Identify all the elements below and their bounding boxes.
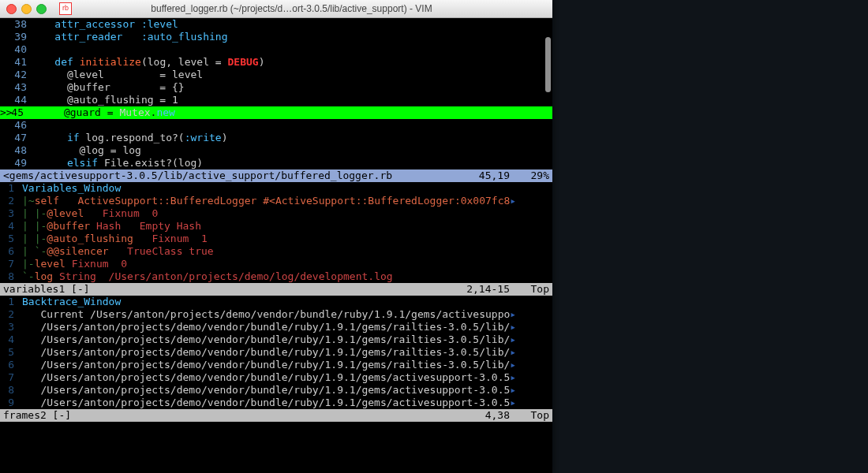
backtrace-status-bar: frames2 [-] 4,38 Top xyxy=(0,409,552,422)
line-text: `-log String /Users/anton/projects/demo/… xyxy=(22,270,552,283)
vim-window: rb buffered_logger.rb (~/projects/d…ort-… xyxy=(0,0,552,473)
line-number: 48 xyxy=(13,144,30,157)
line-number: 42 xyxy=(13,69,30,81)
line-number: 5 xyxy=(0,346,17,359)
line-text: | |-@auto_flushing Fixnum 1 xyxy=(22,233,552,245)
code-line[interactable]: 39 attr_reader :auto_flushing xyxy=(0,31,552,43)
code-text: attr_reader :auto_flushing xyxy=(30,31,552,43)
line-text: | |-@buffer Hash Empty Hash xyxy=(22,220,552,233)
line-number: 9 xyxy=(0,397,17,409)
code-line[interactable]: 44 @auto_flushing = 1 xyxy=(0,94,552,106)
line-number: 2 xyxy=(0,308,17,321)
line-number: 43 xyxy=(13,81,30,94)
backtrace-row[interactable]: 5 /Users/anton/projects/demo/vendor/bund… xyxy=(0,346,552,359)
code-line[interactable]: 41 def initialize(log, level = DEBUG) xyxy=(0,56,552,69)
variable-row[interactable]: 8`-log String /Users/anton/projects/demo… xyxy=(0,270,552,283)
backtrace-row[interactable]: 9 /Users/anton/projects/demo/vendor/bund… xyxy=(0,397,552,409)
backtrace-row[interactable]: 4 /Users/anton/projects/demo/vendor/bund… xyxy=(0,333,552,346)
code-line[interactable]: 48 @log = log xyxy=(0,144,552,157)
code-pane[interactable]: 38 attr_accessor :level39 attr_reader :a… xyxy=(0,18,552,169)
code-line[interactable]: 47 if log.respond_to?(:write) xyxy=(0,132,552,144)
line-number: 1 xyxy=(0,296,17,308)
code-text: if log.respond_to?(:write) xyxy=(30,132,552,144)
line-number: 7 xyxy=(0,371,17,384)
line-number: 6 xyxy=(0,359,17,371)
code-text: @log = log xyxy=(30,144,552,157)
code-text: @guard = Mutex.new xyxy=(27,106,552,119)
line-text: |-level Fixnum 0 xyxy=(22,258,552,270)
backtrace-row[interactable]: 1Backtrace_Window xyxy=(0,296,552,308)
line-text: | `-@@silencer TrueClass true xyxy=(22,245,552,258)
variable-row[interactable]: 6| `-@@silencer TrueClass true xyxy=(0,245,552,258)
line-text: /Users/anton/projects/demo/vendor/bundle… xyxy=(22,333,552,346)
gutter-pad xyxy=(0,81,13,94)
line-number: 41 xyxy=(13,56,30,69)
line-text: Backtrace_Window xyxy=(22,296,552,308)
variable-row[interactable]: 3| |-@level Fixnum 0 xyxy=(0,207,552,220)
code-line[interactable]: 46 xyxy=(0,119,552,132)
backtrace-row[interactable]: 7 /Users/anton/projects/demo/vendor/bund… xyxy=(0,371,552,384)
line-number: 8 xyxy=(0,270,17,283)
variables-status-bar: variables1 [-] 2,14-15 Top xyxy=(0,283,552,296)
backtrace-row[interactable]: 6 /Users/anton/projects/demo/vendor/bund… xyxy=(0,359,552,371)
line-text: |~self ActiveSupport::BufferedLogger #<A… xyxy=(22,195,552,207)
code-text: elsif File.exist?(log) xyxy=(30,157,552,169)
minimize-icon[interactable] xyxy=(21,4,32,14)
backtrace-row[interactable]: 2 Current /Users/anton/projects/demo/ven… xyxy=(0,308,552,321)
code-line[interactable]: 40 xyxy=(0,43,552,56)
zoom-icon[interactable] xyxy=(36,4,47,14)
line-number: 49 xyxy=(13,157,30,169)
line-number: 47 xyxy=(13,132,30,144)
variable-row[interactable]: 2|~self ActiveSupport::BufferedLogger #<… xyxy=(0,195,552,207)
code-text: @buffer = {} xyxy=(30,81,552,94)
line-number: 38 xyxy=(13,18,30,31)
line-text: | |-@level Fixnum 0 xyxy=(22,207,552,220)
titlebar[interactable]: rb buffered_logger.rb (~/projects/d…ort-… xyxy=(0,0,552,18)
line-text: Variables_Window xyxy=(22,182,552,195)
gutter-pad xyxy=(0,18,13,31)
variable-row[interactable]: 7|-level Fixnum 0 xyxy=(0,258,552,270)
gutter-pad xyxy=(0,56,13,69)
gutter-pad xyxy=(0,43,13,56)
gutter-pad xyxy=(0,69,13,81)
backtrace-pane[interactable]: 1Backtrace_Window2 Current /Users/anton/… xyxy=(0,296,552,409)
line-number: 2 xyxy=(0,195,17,207)
variable-row[interactable]: 4| |-@buffer Hash Empty Hash xyxy=(0,220,552,233)
backtrace-row[interactable]: 8 /Users/anton/projects/demo/vendor/bund… xyxy=(0,384,552,397)
bt-status-pos: 4,38 xyxy=(439,409,510,422)
code-line[interactable]: 43 @buffer = {} xyxy=(0,81,552,94)
line-number: 3 xyxy=(0,207,17,220)
editor-body[interactable]: 38 attr_accessor :level39 attr_reader :a… xyxy=(0,18,552,473)
line-number: 45 xyxy=(9,106,27,119)
variables-pane[interactable]: 1Variables_Window2|~self ActiveSupport::… xyxy=(0,182,552,283)
line-number: 4 xyxy=(0,333,17,346)
status-file: <gems/activesupport-3.0.5/lib/active_sup… xyxy=(3,169,439,182)
line-number: 3 xyxy=(0,321,17,333)
line-text: /Users/anton/projects/demo/vendor/bundle… xyxy=(22,346,552,359)
line-number: 5 xyxy=(0,233,17,245)
vars-status-pos: 2,14-15 xyxy=(439,283,510,296)
line-number: 4 xyxy=(0,220,17,233)
line-number: 8 xyxy=(0,384,17,397)
breakpoint-marker-icon[interactable]: >> xyxy=(0,106,9,119)
bt-status-pct: Top xyxy=(510,409,549,422)
code-line[interactable]: 38 attr_accessor :level xyxy=(0,18,552,31)
code-line[interactable]: >>45 @guard = Mutex.new xyxy=(0,106,552,119)
code-status-bar: <gems/activesupport-3.0.5/lib/active_sup… xyxy=(0,169,552,182)
line-number: 1 xyxy=(0,182,17,195)
line-text: /Users/anton/projects/demo/vendor/bundle… xyxy=(22,384,552,397)
variable-row[interactable]: 1Variables_Window xyxy=(0,182,552,195)
line-number: 46 xyxy=(13,119,30,132)
code-line[interactable]: 49 elsif File.exist?(log) xyxy=(0,157,552,169)
code-text: attr_accessor :level xyxy=(30,18,552,31)
variable-row[interactable]: 5| |-@auto_flushing Fixnum 1 xyxy=(0,233,552,245)
backtrace-row[interactable]: 3 /Users/anton/projects/demo/vendor/bund… xyxy=(0,321,552,333)
line-text: /Users/anton/projects/demo/vendor/bundle… xyxy=(22,371,552,384)
line-number: 40 xyxy=(13,43,30,56)
status-pct: 29% xyxy=(510,169,549,182)
close-icon[interactable] xyxy=(6,4,17,14)
code-line[interactable]: 42 @level = level xyxy=(0,69,552,81)
line-text: /Users/anton/projects/demo/vendor/bundle… xyxy=(22,397,552,409)
gutter-pad xyxy=(0,157,13,169)
line-number: 39 xyxy=(13,31,30,43)
